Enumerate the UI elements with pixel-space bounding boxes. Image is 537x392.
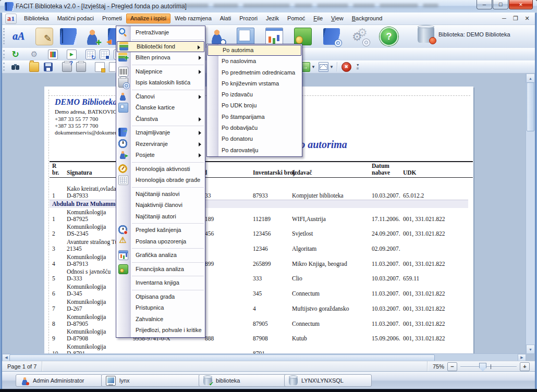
- vertical-scrollbar[interactable]: ▲ ▼: [526, 74, 535, 354]
- menu-item-naljepnice[interactable]: Naljepnice: [116, 66, 205, 78]
- close-red-button[interactable]: [341, 62, 352, 72]
- menu-item-hronologija-obrade-gra-e[interactable]: Hronologija obrade građe: [116, 175, 205, 186]
- horizontal-scrollbar[interactable]: ◀ ▶: [2, 353, 526, 361]
- menu-item-poslana-upozorenja[interactable]: Poslana upozorenja: [116, 236, 205, 248]
- menu-item-rezerviranje[interactable]: Rezerviranje: [116, 139, 205, 150]
- submenu-item-po-dobavlja-u[interactable]: Po dobavljaču: [207, 123, 302, 133]
- menu-item-grafi-ka-analiza[interactable]: Grafička analiza: [116, 250, 205, 261]
- folder-button[interactable]: [29, 62, 40, 72]
- table-row: Kako kreirati,ovladati1D-879333387933Kom…: [44, 185, 473, 200]
- cell-num: 8: [52, 321, 55, 327]
- menu-item-lanske-kartice[interactable]: Članske kartice: [116, 102, 205, 114]
- menu-item-financijska-analiza[interactable]: Financijska analiza: [116, 264, 205, 275]
- menu-item-najaktivniji-lanovi[interactable]: Najaktivniji članovi: [116, 200, 205, 211]
- menu-item-ispis-kataloskih-listi-a[interactable]: Ispis kataloskih listića: [116, 77, 205, 89]
- find-button[interactable]: [10, 62, 21, 72]
- menu-item-lanovi[interactable]: Članovi: [116, 91, 205, 103]
- mail-button[interactable]: [318, 62, 329, 72]
- cell-sig: D-333: [67, 275, 82, 281]
- menu-item-hronologija-aktivnosti[interactable]: Hronologija aktivnosti: [116, 164, 205, 175]
- menu-item-lanstva[interactable]: Članstva: [116, 114, 205, 125]
- save-button[interactable]: [43, 62, 54, 72]
- status-panel-label: biblioteka: [216, 377, 240, 384]
- menu-alati[interactable]: Alati: [216, 14, 235, 23]
- submenu-item-po-izdava-u[interactable]: Po izdavaču: [207, 89, 302, 100]
- scroll-up-arrow[interactable]: ▲: [526, 74, 535, 83]
- submenu-item-po-tamparijama[interactable]: Po štamparijama: [207, 112, 302, 123]
- table-save-button[interactable]: [99, 49, 110, 60]
- menu-item-pregled-ka-njenja[interactable]: Pregled kašnjenja: [116, 225, 205, 236]
- font-button[interactable]: [10, 26, 31, 47]
- sync-button[interactable]: [10, 49, 21, 60]
- dropdown-caret-icon[interactable]: ▼: [311, 65, 315, 69]
- menu-item-label: Rezerviranje: [136, 141, 168, 147]
- scroll-down-arrow[interactable]: ▼: [526, 345, 535, 354]
- window-border-right: [535, 0, 537, 389]
- submenu-item-po-knji-evnim-vrstama[interactable]: Po književnim vrstama: [207, 78, 302, 89]
- menu-prometi[interactable]: Prometi: [98, 14, 126, 23]
- status-panel-biblioteka[interactable]: biblioteka: [199, 374, 292, 387]
- submenu-item-po-darovatelju[interactable]: Po darovatelju: [207, 145, 302, 156]
- submenu-item-po-donatoru[interactable]: Po donatoru: [207, 133, 302, 144]
- menu-item-naj-itaniji-naslovi[interactable]: Najčitaniji naslovi: [116, 189, 205, 200]
- menu-analize-i-ispisi[interactable]: Analize i ispisi: [126, 14, 170, 23]
- catalog-button[interactable]: [58, 26, 79, 47]
- menu-biblioteka[interactable]: Biblioteka: [20, 14, 53, 23]
- status-panel-admin-administrator[interactable]: Admin Administrator: [16, 374, 102, 387]
- menu-item-pristupnica[interactable]: Pristupnica: [116, 302, 205, 314]
- submenu-item-po-predmetnim-odrednicama[interactable]: Po predmetnim odrednicama: [207, 67, 302, 78]
- status-panel-lynx-lynxsql[interactable]: LYNX\LYNXSQL: [284, 374, 372, 387]
- zoom-out-button[interactable]: −: [447, 362, 457, 371]
- print-q-button[interactable]: [62, 62, 72, 72]
- col-header-datum: Datum: [372, 163, 389, 169]
- submenu-item-po-udk-broju[interactable]: Po UDK broju: [207, 100, 302, 111]
- menu-file[interactable]: File: [309, 14, 327, 23]
- vertical-scroll-thumb[interactable]: [527, 82, 534, 131]
- settings-search-button[interactable]: [350, 26, 371, 47]
- catalog-search-button[interactable]: [321, 26, 342, 47]
- menu-item-posjete[interactable]: Posjete: [116, 150, 205, 161]
- mdi-close-button[interactable]: ✕: [523, 15, 531, 22]
- gear-button[interactable]: [29, 49, 40, 60]
- menu-web-razmjena[interactable]: Web razmjena: [170, 14, 216, 23]
- page-setup-button[interactable]: [94, 62, 105, 72]
- table-refresh-button[interactable]: [85, 49, 96, 60]
- menu-background[interactable]: Background: [348, 14, 387, 23]
- close-button[interactable]: ✕: [509, 0, 533, 9]
- submenu-item-po-naslovima[interactable]: Po naslovima: [207, 56, 302, 67]
- cell-num: 1: [52, 192, 55, 199]
- menu-mati-ni-podaci[interactable]: Matični podaci: [53, 14, 98, 23]
- menu-item-bilten-prinova[interactable]: Bilten prinova: [116, 52, 205, 64]
- zoom-in-button[interactable]: +: [520, 362, 530, 371]
- scroll-right-arrow[interactable]: ▶: [518, 354, 526, 361]
- cell-udk: 001, 331.021.822: [403, 261, 445, 267]
- menu-view[interactable]: View: [327, 14, 348, 23]
- menu-item-iznajmljivanje[interactable]: Iznajmljivanje: [116, 127, 205, 139]
- status-panel-lynx[interactable]: lynx: [101, 374, 200, 387]
- minimize-button[interactable]: ─: [477, 0, 492, 9]
- signature-button[interactable]: [34, 26, 55, 47]
- help-button[interactable]: [379, 26, 399, 47]
- menu-item-zahvalnice[interactable]: Zahvalnice: [116, 314, 205, 325]
- menu-item-otpisana-gra-a[interactable]: Otpisana građa: [116, 291, 205, 303]
- submenu-item-po-autorima[interactable]: Po autorima: [208, 45, 301, 56]
- menu-jezik[interactable]: Jezik: [262, 14, 283, 23]
- menu-pomo[interactable]: Pomoć: [283, 14, 309, 23]
- zoom-slider[interactable]: [460, 363, 517, 371]
- member-add-button[interactable]: [82, 26, 103, 47]
- play-button[interactable]: [66, 49, 77, 60]
- panel-button[interactable]: [47, 49, 58, 60]
- print-button[interactable]: [76, 62, 87, 72]
- dropdown-caret-icon[interactable]: ▼: [329, 65, 334, 69]
- menu-item-naj-itaniji-autori[interactable]: Najčitaniji autori: [116, 211, 205, 223]
- menu-item-bibliote-ki-fond[interactable]: Bibliotečki fond: [117, 41, 204, 53]
- zoom-slider-thumb[interactable]: [479, 363, 486, 372]
- toolbar-overflow-button[interactable]: ▾≡: [357, 63, 359, 70]
- menu-prozori[interactable]: Prozori: [235, 14, 262, 23]
- menu-item-inventarna-knjiga[interactable]: Inventarna knjiga: [116, 277, 205, 289]
- menu-item-pretra-ivanje[interactable]: Pretraživanje: [116, 27, 205, 39]
- mdi-restore-button[interactable]: ❐: [512, 15, 519, 22]
- maximize-button[interactable]: ☐: [493, 0, 508, 9]
- mdi-minimize-button[interactable]: ─: [501, 15, 508, 22]
- menu-item-prijedlozi-pohvale-i-kritike[interactable]: Prijedlozi, pohvale i kritike: [116, 325, 205, 336]
